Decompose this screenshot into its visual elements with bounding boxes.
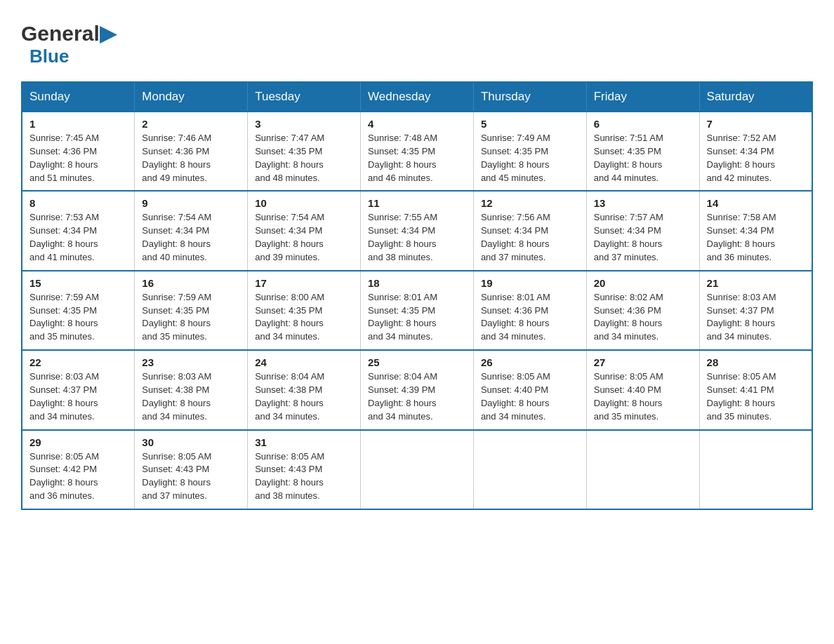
calendar-day-cell: 23 Sunrise: 8:03 AMSunset: 4:38 PMDaylig… [135, 350, 248, 429]
day-number: 7 [707, 118, 805, 130]
day-number: 23 [142, 356, 240, 368]
calendar-day-cell: 28 Sunrise: 8:05 AMSunset: 4:41 PMDaylig… [699, 350, 812, 429]
day-info: Sunrise: 7:57 AMSunset: 4:34 PMDaylight:… [594, 211, 692, 264]
day-number: 9 [142, 197, 240, 209]
day-info: Sunrise: 7:55 AMSunset: 4:34 PMDaylight:… [368, 211, 466, 264]
calendar-week-row: 15 Sunrise: 7:59 AMSunset: 4:35 PMDaylig… [22, 271, 812, 350]
calendar-day-cell: 1 Sunrise: 7:45 AMSunset: 4:36 PMDayligh… [22, 112, 135, 191]
calendar-day-cell: 25 Sunrise: 8:04 AMSunset: 4:39 PMDaylig… [361, 350, 474, 429]
day-info: Sunrise: 8:05 AMSunset: 4:41 PMDaylight:… [707, 370, 805, 423]
logo-blue-text: Blue [29, 46, 69, 67]
calendar-day-cell: 9 Sunrise: 7:54 AMSunset: 4:34 PMDayligh… [135, 191, 248, 270]
page-header: General▶ Blue [21, 21, 813, 67]
col-saturday: Saturday [699, 82, 812, 112]
col-wednesday: Wednesday [361, 82, 474, 112]
day-number: 22 [29, 356, 127, 368]
day-info: Sunrise: 7:48 AMSunset: 4:35 PMDaylight:… [368, 132, 466, 185]
day-number: 31 [255, 436, 353, 448]
col-tuesday: Tuesday [248, 82, 361, 112]
day-info: Sunrise: 8:02 AMSunset: 4:36 PMDaylight:… [594, 291, 692, 344]
day-number: 24 [255, 356, 353, 368]
day-number: 12 [481, 197, 579, 209]
day-number: 8 [29, 197, 127, 209]
calendar-day-cell: 10 Sunrise: 7:54 AMSunset: 4:34 PMDaylig… [248, 191, 361, 270]
calendar-day-cell: 29 Sunrise: 8:05 AMSunset: 4:42 PMDaylig… [22, 430, 135, 509]
day-info: Sunrise: 7:47 AMSunset: 4:35 PMDaylight:… [255, 132, 353, 185]
day-number: 28 [707, 356, 805, 368]
calendar-table: Sunday Monday Tuesday Wednesday Thursday… [21, 81, 813, 510]
calendar-day-cell: 24 Sunrise: 8:04 AMSunset: 4:38 PMDaylig… [248, 350, 361, 429]
day-info: Sunrise: 7:54 AMSunset: 4:34 PMDaylight:… [255, 211, 353, 264]
day-number: 18 [368, 277, 466, 289]
day-number: 15 [29, 277, 127, 289]
calendar-day-cell: 13 Sunrise: 7:57 AMSunset: 4:34 PMDaylig… [586, 191, 699, 270]
day-info: Sunrise: 8:03 AMSunset: 4:37 PMDaylight:… [707, 291, 805, 344]
calendar-header-row: Sunday Monday Tuesday Wednesday Thursday… [22, 82, 812, 112]
day-number: 13 [594, 197, 692, 209]
calendar-week-row: 1 Sunrise: 7:45 AMSunset: 4:36 PMDayligh… [22, 112, 812, 191]
col-thursday: Thursday [473, 82, 586, 112]
col-monday: Monday [135, 82, 248, 112]
day-number: 26 [481, 356, 579, 368]
day-info: Sunrise: 8:05 AMSunset: 4:43 PMDaylight:… [255, 450, 353, 503]
col-friday: Friday [586, 82, 699, 112]
day-number: 2 [142, 118, 240, 130]
day-number: 14 [707, 197, 805, 209]
day-info: Sunrise: 7:59 AMSunset: 4:35 PMDaylight:… [29, 291, 127, 344]
calendar-day-cell: 26 Sunrise: 8:05 AMSunset: 4:40 PMDaylig… [473, 350, 586, 429]
calendar-day-cell: 2 Sunrise: 7:46 AMSunset: 4:36 PMDayligh… [135, 112, 248, 191]
day-number: 20 [594, 277, 692, 289]
day-number: 10 [255, 197, 353, 209]
day-info: Sunrise: 7:52 AMSunset: 4:34 PMDaylight:… [707, 132, 805, 185]
calendar-day-cell: 12 Sunrise: 7:56 AMSunset: 4:34 PMDaylig… [473, 191, 586, 270]
calendar-day-cell: 27 Sunrise: 8:05 AMSunset: 4:40 PMDaylig… [586, 350, 699, 429]
calendar-day-cell [699, 430, 812, 509]
calendar-day-cell: 14 Sunrise: 7:58 AMSunset: 4:34 PMDaylig… [699, 191, 812, 270]
calendar-day-cell: 18 Sunrise: 8:01 AMSunset: 4:35 PMDaylig… [361, 271, 474, 350]
calendar-day-cell: 19 Sunrise: 8:01 AMSunset: 4:36 PMDaylig… [473, 271, 586, 350]
col-sunday: Sunday [22, 82, 135, 112]
day-info: Sunrise: 8:03 AMSunset: 4:37 PMDaylight:… [29, 370, 127, 423]
day-info: Sunrise: 7:49 AMSunset: 4:35 PMDaylight:… [481, 132, 579, 185]
day-info: Sunrise: 8:05 AMSunset: 4:40 PMDaylight:… [481, 370, 579, 423]
calendar-day-cell: 17 Sunrise: 8:00 AMSunset: 4:35 PMDaylig… [248, 271, 361, 350]
day-info: Sunrise: 7:53 AMSunset: 4:34 PMDaylight:… [29, 211, 127, 264]
day-info: Sunrise: 8:01 AMSunset: 4:36 PMDaylight:… [481, 291, 579, 344]
logo: General▶ Blue [21, 21, 116, 67]
day-info: Sunrise: 7:58 AMSunset: 4:34 PMDaylight:… [707, 211, 805, 264]
calendar-day-cell [586, 430, 699, 509]
calendar-day-cell: 20 Sunrise: 8:02 AMSunset: 4:36 PMDaylig… [586, 271, 699, 350]
calendar-day-cell: 8 Sunrise: 7:53 AMSunset: 4:34 PMDayligh… [22, 191, 135, 270]
calendar-week-row: 8 Sunrise: 7:53 AMSunset: 4:34 PMDayligh… [22, 191, 812, 270]
day-info: Sunrise: 8:05 AMSunset: 4:43 PMDaylight:… [142, 450, 240, 503]
day-number: 3 [255, 118, 353, 130]
day-info: Sunrise: 8:05 AMSunset: 4:42 PMDaylight:… [29, 450, 127, 503]
day-number: 30 [142, 436, 240, 448]
day-info: Sunrise: 8:05 AMSunset: 4:40 PMDaylight:… [594, 370, 692, 423]
calendar-day-cell: 30 Sunrise: 8:05 AMSunset: 4:43 PMDaylig… [135, 430, 248, 509]
calendar-week-row: 29 Sunrise: 8:05 AMSunset: 4:42 PMDaylig… [22, 430, 812, 509]
calendar-day-cell [361, 430, 474, 509]
day-number: 16 [142, 277, 240, 289]
day-number: 27 [594, 356, 692, 368]
calendar-day-cell: 31 Sunrise: 8:05 AMSunset: 4:43 PMDaylig… [248, 430, 361, 509]
day-info: Sunrise: 8:03 AMSunset: 4:38 PMDaylight:… [142, 370, 240, 423]
day-info: Sunrise: 7:59 AMSunset: 4:35 PMDaylight:… [142, 291, 240, 344]
day-number: 4 [368, 118, 466, 130]
calendar-day-cell: 3 Sunrise: 7:47 AMSunset: 4:35 PMDayligh… [248, 112, 361, 191]
day-info: Sunrise: 8:04 AMSunset: 4:39 PMDaylight:… [368, 370, 466, 423]
day-number: 21 [707, 277, 805, 289]
calendar-day-cell: 7 Sunrise: 7:52 AMSunset: 4:34 PMDayligh… [699, 112, 812, 191]
day-number: 6 [594, 118, 692, 130]
day-info: Sunrise: 8:00 AMSunset: 4:35 PMDaylight:… [255, 291, 353, 344]
day-info: Sunrise: 8:01 AMSunset: 4:35 PMDaylight:… [368, 291, 466, 344]
day-info: Sunrise: 7:45 AMSunset: 4:36 PMDaylight:… [29, 132, 127, 185]
calendar-day-cell: 22 Sunrise: 8:03 AMSunset: 4:37 PMDaylig… [22, 350, 135, 429]
day-number: 11 [368, 197, 466, 209]
calendar-day-cell: 15 Sunrise: 7:59 AMSunset: 4:35 PMDaylig… [22, 271, 135, 350]
calendar-day-cell: 21 Sunrise: 8:03 AMSunset: 4:37 PMDaylig… [699, 271, 812, 350]
calendar-week-row: 22 Sunrise: 8:03 AMSunset: 4:37 PMDaylig… [22, 350, 812, 429]
day-number: 5 [481, 118, 579, 130]
day-info: Sunrise: 7:51 AMSunset: 4:35 PMDaylight:… [594, 132, 692, 185]
logo-general-text: General▶ [21, 21, 116, 46]
